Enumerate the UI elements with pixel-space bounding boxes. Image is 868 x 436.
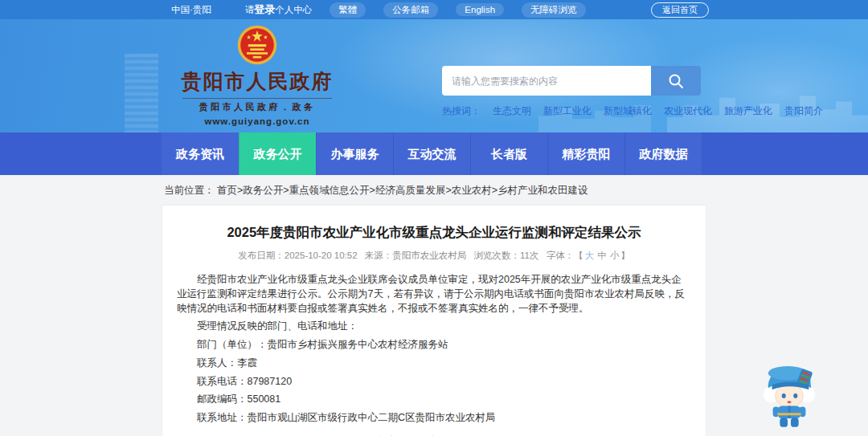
- article-paragraph: 邮政编码：550081: [177, 393, 691, 407]
- login-bold: 登录: [254, 3, 275, 15]
- hot-word-link[interactable]: 贵阳简介: [784, 104, 823, 118]
- article-title: 2025年度贵阳市农业产业化市级重点龙头企业运行监测和评定结果公示: [177, 223, 691, 242]
- article-meta: 发布日期：2025-10-20 10:52 来源：贵阳市农业农村局 浏览次数：1…: [177, 250, 691, 262]
- search-area: 热搜词： 生态文明 新型工业化 新型城镇化 农业现代化 旅游产业化 贵阳简介: [442, 66, 701, 118]
- mascot-widget[interactable]: [762, 360, 817, 432]
- article-paragraph: 联系人：李霞: [177, 357, 691, 371]
- official-mail-button[interactable]: 公务邮箱: [383, 2, 438, 18]
- article-body: 经贵阳市农业产业化市级重点龙头企业联席会议成员单位审定，现对2025年开展的农业…: [177, 273, 691, 426]
- article-card: 2025年度贵阳市农业产业化市级重点龙头企业运行监测和评定结果公示 发布日期：2…: [162, 205, 706, 436]
- hot-word-link[interactable]: 新型工业化: [543, 104, 592, 118]
- view-count: 浏览次数：11次: [474, 251, 539, 260]
- search-button[interactable]: [651, 66, 701, 96]
- article-paragraph: 联系电话：87987120: [177, 375, 691, 389]
- hot-word-link[interactable]: 农业现代化: [664, 104, 712, 118]
- traditional-chinese-button[interactable]: 繁體: [330, 2, 366, 18]
- site-title: 贵阳市人民政府: [177, 68, 338, 95]
- site-logo[interactable]: 贵阳市人民政府 贵阳市人民政府．政务 www.guiyang.gov.cn: [177, 23, 338, 126]
- article-paragraph: 部门（单位）：贵阳市乡村振兴服务中心农村经济服务站: [177, 338, 691, 352]
- tab-jingcai-guiyang[interactable]: 精彩贵阳: [547, 132, 624, 175]
- building-silhouette: [125, 54, 158, 132]
- tab-banshi-fuwu[interactable]: 办事服务: [316, 132, 393, 175]
- return-home-button[interactable]: 返回首页: [651, 2, 709, 18]
- logo-divider: [182, 98, 332, 99]
- main-navigation: 政务资讯 政务公开 办事服务 互动交流 长者版 精彩贵阳 政府数据: [0, 132, 868, 175]
- top-utility-bar: 中国·贵阳 请登录个人中心 繁體 公务邮箱 English 无障碍浏览 返回首页: [0, 0, 868, 19]
- tab-zhangzhe-ban[interactable]: 长者版: [470, 132, 547, 175]
- font-size-label: 字体：【: [547, 251, 583, 260]
- mascot-character-icon: [762, 360, 817, 429]
- search-icon: [667, 72, 685, 90]
- breadcrumb: 当前位置： 首页>政务公开>重点领域信息公开>经济高质量发展>农业农村>乡村产业…: [0, 175, 868, 205]
- publish-date: 发布日期：2025-10-20 10:52: [238, 251, 357, 260]
- font-size-label-close: 】: [620, 251, 630, 260]
- breadcrumb-path[interactable]: 首页>政务公开>重点领域信息公开>经济高质量发展>农业农村>乡村产业和农田建设: [217, 185, 588, 196]
- hot-search-words: 热搜词： 生态文明 新型工业化 新型城镇化 农业现代化 旅游产业化 贵阳简介: [442, 104, 701, 118]
- site-subtitle: 贵阳市人民政府．政务: [177, 101, 338, 113]
- tab-zhengwu-zixun[interactable]: 政务资讯: [162, 132, 239, 175]
- accessibility-button[interactable]: 无障碍浏览: [522, 2, 586, 18]
- login-pre: 请: [245, 5, 255, 14]
- search-input[interactable]: [442, 66, 651, 96]
- hot-words-label: 热搜词：: [442, 104, 481, 118]
- header-banner: 贵阳市人民政府 贵阳市人民政府．政务 www.guiyang.gov.cn 热搜…: [0, 19, 868, 132]
- login-post: 个人中心: [275, 5, 312, 14]
- font-size-medium-button[interactable]: 中: [597, 251, 607, 260]
- font-size-large-button[interactable]: 大: [585, 251, 595, 260]
- region-link[interactable]: 中国·贵阳: [171, 4, 211, 16]
- article-paragraph: 经贵阳市农业产业化市级重点龙头企业联席会议成员单位审定，现对2025年开展的农业…: [177, 273, 691, 316]
- tab-zhengwu-gongkai[interactable]: 政务公开: [239, 132, 316, 175]
- article-paragraph: 受理情况反映的部门、电话和地址：: [177, 320, 691, 334]
- article-source: 来源：贵阳市农业农村局: [365, 251, 467, 260]
- hot-word-link[interactable]: 生态文明: [493, 104, 531, 118]
- national-emblem-icon: [236, 23, 278, 67]
- tab-zhengfu-shuju[interactable]: 政府数据: [624, 132, 702, 175]
- english-button[interactable]: English: [456, 3, 504, 16]
- article-paragraph: 联系地址：贵阳市观山湖区市级行政中心二期C区贵阳市农业农村局: [177, 411, 691, 426]
- login-link[interactable]: 请登录个人中心: [245, 2, 313, 17]
- breadcrumb-label: 当前位置：: [164, 185, 215, 196]
- hot-word-link[interactable]: 旅游产业化: [724, 104, 772, 118]
- page: 中国·贵阳 请登录个人中心 繁體 公务邮箱 English 无障碍浏览 返回首页: [0, 0, 868, 436]
- font-size-small-button[interactable]: 小: [610, 251, 620, 260]
- tab-hudong-jiaoliu[interactable]: 互动交流: [393, 132, 470, 175]
- site-url: www.guiyang.gov.cn: [177, 116, 338, 126]
- hot-word-link[interactable]: 新型城镇化: [604, 104, 652, 118]
